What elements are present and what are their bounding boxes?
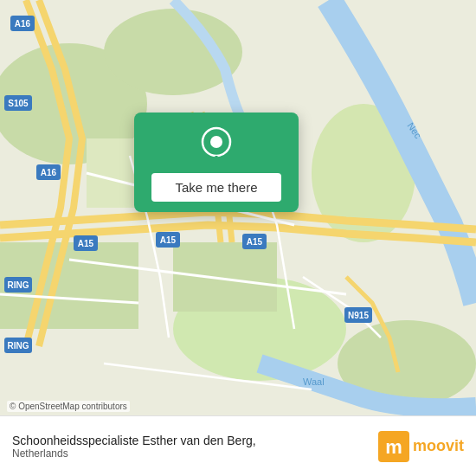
svg-rect-8 xyxy=(173,242,277,312)
location-subtitle: Netherlands xyxy=(12,447,256,460)
moovit-text: moovit xyxy=(413,437,464,455)
svg-point-33 xyxy=(210,136,222,148)
svg-text:RING: RING xyxy=(8,341,29,351)
svg-text:A16: A16 xyxy=(41,168,57,177)
moovit-logo: m moovit xyxy=(378,431,464,462)
popup-card: Take me there xyxy=(134,113,299,212)
map-attribution: © OpenStreetMap contributors xyxy=(7,401,130,412)
svg-text:m: m xyxy=(385,436,402,458)
svg-point-3 xyxy=(104,9,242,95)
svg-text:RING: RING xyxy=(8,280,29,290)
location-title: Schoonheidsspecialiste Esther van den Be… xyxy=(12,434,256,447)
svg-text:A15: A15 xyxy=(160,235,177,245)
svg-text:A16: A16 xyxy=(15,19,31,29)
svg-text:N915: N915 xyxy=(348,311,369,320)
moovit-icon: m xyxy=(378,431,409,462)
info-bar: Schoonheidsspecialiste Esther van den Be… xyxy=(0,415,476,476)
take-me-there-button[interactable]: Take me there xyxy=(151,173,281,202)
svg-text:A15: A15 xyxy=(247,237,263,247)
location-info: Schoonheidsspecialiste Esther van den Be… xyxy=(12,434,256,460)
svg-text:S105: S105 xyxy=(8,99,29,108)
svg-text:A15: A15 xyxy=(78,239,94,248)
map-container: A16 S105 A15 A15 A38 A16 RING RING N915 … xyxy=(0,0,476,415)
svg-text:Waal: Waal xyxy=(303,376,325,387)
location-pin-icon xyxy=(197,126,235,164)
